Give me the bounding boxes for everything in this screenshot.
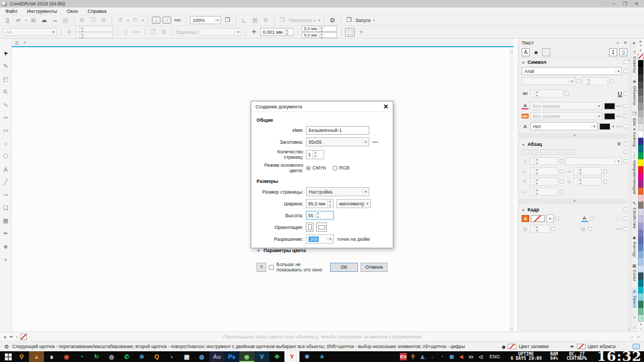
palette-swatch[interactable]	[638, 131, 643, 138]
open-icon[interactable]: ▱	[14, 16, 23, 25]
docker-scrollbar[interactable]: ▲▼	[627, 58, 631, 331]
restore-button[interactable]: ❐	[623, 1, 627, 6]
indent-first-line-spinner[interactable]: ▲▼	[530, 188, 558, 196]
palette-scroll-down-icon[interactable]: ▼	[639, 322, 642, 327]
cloud-open-icon[interactable]: ☁	[40, 16, 48, 25]
palette-swatch[interactable]	[638, 272, 643, 279]
statusbar-gear-icon[interactable]: ⚙	[4, 344, 9, 350]
menu-help[interactable]: Справка	[87, 9, 106, 14]
orientation-portrait-button[interactable]	[306, 223, 313, 232]
menu-tools[interactable]: Инструменты	[27, 9, 57, 14]
palette-flyout-icon[interactable]: ▶	[640, 39, 642, 43]
taskbar-coreldraw[interactable]: ◉	[239, 351, 254, 362]
font-size-spinner[interactable]: ▲▼	[582, 77, 608, 85]
fill-color-indicator[interactable]: ◆ Цвет заливки	[502, 344, 549, 350]
scroll-up-icon[interactable]: ▲	[511, 49, 514, 53]
minimize-button[interactable]: –	[612, 1, 615, 6]
treat-as-filled-icon[interactable]: ⬚	[345, 28, 355, 36]
kerning-spinner[interactable]: ▲▼	[530, 90, 564, 98]
palette-swatch[interactable]	[638, 315, 643, 322]
palette-swatch[interactable]	[638, 286, 643, 293]
align-center-icon[interactable]	[540, 149, 547, 155]
rectangle-tool[interactable]: ▭	[2, 127, 10, 135]
paragraph-section-expander[interactable]: ▼	[518, 198, 631, 204]
add-docker-button[interactable]: +	[633, 314, 636, 320]
menu-window[interactable]: Окно	[67, 9, 78, 14]
tray-lang-en[interactable]: En	[400, 353, 407, 360]
height-spinner[interactable]: 55 ▲▼	[306, 211, 334, 220]
palette-swatch[interactable]	[638, 159, 643, 166]
width-units-combo[interactable]: миллиметры▼	[336, 199, 371, 208]
tray-language[interactable]: ENG	[489, 354, 500, 359]
export-icon[interactable]: ↑	[163, 17, 171, 24]
crop-tool[interactable]: ◰	[2, 75, 10, 83]
units-combo[interactable]: ▼	[200, 28, 241, 36]
resolution-combo[interactable]: 300 ▼	[306, 234, 334, 243]
palette-swatch[interactable]	[638, 308, 643, 315]
character-highlight-combo[interactable]: Без заливки▼	[530, 112, 603, 120]
character-outline-combo[interactable]: Нет▼	[530, 122, 598, 130]
character-highlight-more-button[interactable]: •••	[617, 114, 622, 118]
tab-text[interactable]: A Текст	[632, 288, 637, 309]
character-outline-more-button[interactable]: •••	[617, 124, 622, 128]
taskbar-clover[interactable]: ✤	[269, 351, 284, 362]
taskbar-snowflake[interactable]: ❄	[299, 351, 314, 362]
help-button[interactable]: ?	[257, 263, 266, 272]
taskbar-yandex[interactable]: Y	[284, 351, 299, 362]
taskbar-app-light[interactable]: ∎	[44, 351, 59, 362]
pdf-icon[interactable]: PDF	[173, 16, 182, 25]
launcher-icon[interactable]: ❒	[345, 16, 353, 25]
add-tool-button[interactable]: +	[2, 255, 10, 263]
tab-properties[interactable]: ✎ Свойства	[632, 201, 637, 228]
fullscreen-icon[interactable]: ❒	[223, 16, 232, 25]
redo-icon[interactable]: ↻	[131, 16, 140, 25]
align-force-icon[interactable]	[567, 149, 575, 155]
taskbar-blue-flower[interactable]: ✻	[134, 351, 149, 362]
frame-mode-icon[interactable]	[542, 48, 550, 56]
taskbar-photoshop[interactable]: Ps	[224, 351, 239, 362]
current-page-icon[interactable]: ⧉	[159, 28, 168, 36]
preset-more-button[interactable]: •••	[372, 139, 378, 144]
cancel-button[interactable]: Отмена	[361, 263, 387, 272]
ellipse-tool[interactable]: ○	[2, 139, 10, 147]
palette-swatch[interactable]	[638, 251, 643, 258]
taskbar-sync[interactable]: ↻	[89, 351, 104, 362]
shape-tool[interactable]: ✎	[2, 62, 10, 70]
taskbar-browser[interactable]: ◉	[59, 351, 74, 362]
copy-icon[interactable]: ❐	[89, 16, 97, 25]
menu-file[interactable]: Файл	[5, 9, 17, 14]
dialog-close-icon[interactable]: ✕	[383, 103, 389, 110]
taskbar-whatsapp[interactable]: ✆	[119, 351, 134, 362]
connector-tool[interactable]: ⊸	[2, 191, 10, 199]
palette-swatch[interactable]	[638, 117, 643, 124]
page-height-spinner[interactable]: ▲▼	[76, 32, 113, 38]
font-style-combo[interactable]: ▼	[522, 77, 575, 85]
titlebar-plugin-icon[interactable]: ❒	[601, 1, 605, 6]
palette-swatch[interactable]	[638, 265, 643, 272]
pages-spinner[interactable]: 1 ▲▼	[306, 150, 324, 159]
palette-swatch[interactable]	[638, 223, 643, 230]
palette-swatch[interactable]	[638, 202, 643, 209]
guidelines-icon[interactable]: ≣	[261, 16, 270, 25]
palette-swatch[interactable]	[638, 230, 643, 237]
frame-fit-icon[interactable]: ⬚	[615, 216, 622, 221]
palette-scroll-up-icon[interactable]: ▲	[639, 48, 642, 52]
align-none-icon[interactable]	[522, 149, 529, 155]
line-spacing-spinner[interactable]: ▲▼	[530, 157, 558, 165]
artistic-media-tool[interactable]: ∾	[2, 114, 10, 122]
paragraph-gear-icon[interactable]: ⚙	[617, 142, 621, 146]
all-pages-icon[interactable]: ❐	[149, 28, 157, 36]
launch-label[interactable]: Запуск	[355, 18, 370, 23]
dont-show-checkbox[interactable]	[269, 265, 274, 270]
duplicate-y-spinner[interactable]: 5,0 мм▲▼	[302, 32, 337, 38]
character-highlight-swatch[interactable]	[604, 113, 615, 120]
palette-swatch[interactable]	[638, 173, 643, 180]
grid-icon[interactable]: ▦	[251, 16, 259, 25]
text-tool[interactable]: A	[2, 165, 10, 173]
align-left-icon[interactable]	[531, 149, 538, 155]
frame-more-button[interactable]: •••	[617, 227, 622, 231]
docpal-scroll-left-icon[interactable]: ‹	[16, 334, 18, 339]
character-section-expander[interactable]: ▼	[518, 133, 631, 138]
palette-swatch[interactable]	[638, 102, 643, 109]
pick-tool[interactable]: ➤	[2, 49, 10, 57]
